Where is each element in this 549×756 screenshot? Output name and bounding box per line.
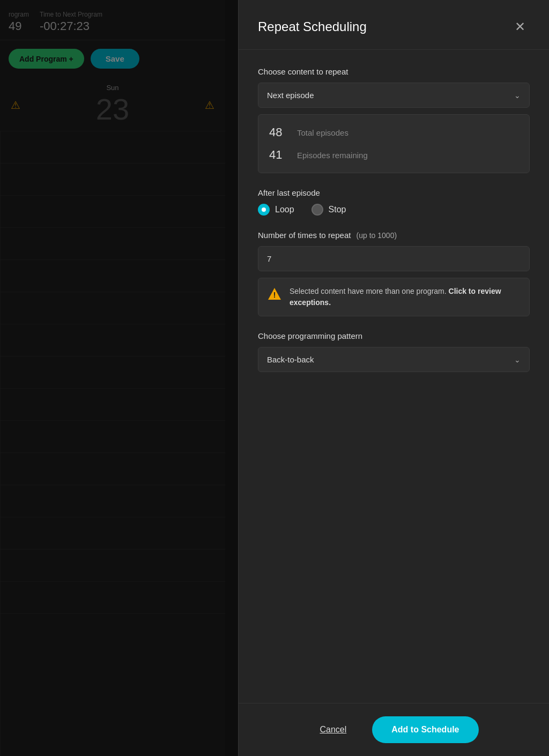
warning-triangle-icon: ! — [267, 286, 282, 301]
loop-label: Loop — [275, 205, 294, 214]
after-last-episode-label: After last episode — [258, 188, 530, 197]
repeat-times-section: Number of times to repeat (up to 1000) !… — [258, 231, 530, 316]
add-to-schedule-button[interactable]: Add to Schedule — [372, 716, 478, 743]
pattern-selected-value: Back-to-back — [267, 355, 314, 364]
pattern-chevron-down-icon: ⌄ — [514, 355, 521, 364]
chevron-down-icon: ⌄ — [514, 91, 521, 100]
pattern-dropdown[interactable]: Back-to-back ⌄ — [258, 347, 530, 372]
warning-text: Selected content have more than one prog… — [290, 286, 521, 308]
after-last-episode-section: After last episode Loop Stop — [258, 188, 530, 216]
stop-radio-circle[interactable] — [311, 204, 323, 216]
episodes-remaining-number: 41 — [269, 148, 288, 162]
programming-pattern-section: Choose programming pattern Back-to-back … — [258, 331, 530, 372]
episodes-remaining-label: Episodes remaining — [297, 151, 368, 160]
modal-panel: Repeat Scheduling ✕ Choose content to re… — [238, 0, 549, 756]
stop-option[interactable]: Stop — [311, 204, 346, 216]
repeat-times-hint: (up to 1000) — [357, 231, 397, 240]
content-selected-value: Next episode — [267, 91, 314, 100]
programming-pattern-label: Choose programming pattern — [258, 331, 530, 340]
modal-body: Choose content to repeat Next episode ⌄ … — [239, 50, 549, 703]
modal-title: Repeat Scheduling — [258, 19, 367, 34]
loop-radio-circle[interactable] — [258, 204, 270, 216]
warning-text-plain: Selected content have more than one prog… — [290, 287, 449, 295]
content-dropdown[interactable]: Next episode ⌄ — [258, 83, 530, 108]
choose-content-section: Choose content to repeat Next episode ⌄ … — [258, 67, 530, 173]
warning-box[interactable]: ! Selected content have more than one pr… — [258, 278, 530, 316]
cancel-button[interactable]: Cancel — [309, 718, 357, 741]
repeat-times-input[interactable] — [258, 246, 530, 271]
repeat-times-label: Number of times to repeat (up to 1000) — [258, 231, 530, 240]
modal-header: Repeat Scheduling ✕ — [239, 0, 549, 50]
choose-content-label: Choose content to repeat — [258, 67, 530, 76]
episodes-info-box: 48 Total episodes 41 Episodes remaining — [258, 114, 530, 173]
svg-text:!: ! — [273, 291, 276, 299]
stop-label: Stop — [329, 205, 346, 214]
total-episodes-row: 48 Total episodes — [269, 123, 518, 142]
loop-stop-radio-group: Loop Stop — [258, 204, 530, 216]
modal-footer: Cancel Add to Schedule — [239, 703, 549, 756]
total-episodes-number: 48 — [269, 125, 288, 139]
modal-close-button[interactable]: ✕ — [510, 17, 530, 36]
total-episodes-label: Total episodes — [297, 128, 348, 137]
loop-option[interactable]: Loop — [258, 204, 294, 216]
episodes-remaining-row: 41 Episodes remaining — [269, 146, 518, 164]
